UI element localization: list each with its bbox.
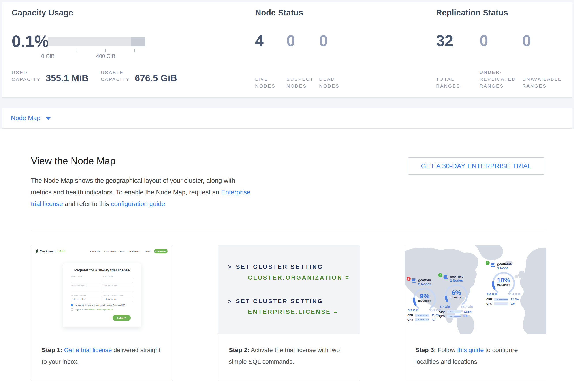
qps-label: QPS: [407, 318, 415, 321]
nav-item: DOCS: [120, 250, 125, 252]
unavailable-ranges-stat: 0 UNAVAILABLE RANGES: [522, 32, 567, 89]
locality-node-count: 2 Nodes: [418, 282, 431, 286]
suspect-nodes-stat: 0 SUSPECT NODES: [287, 32, 319, 89]
locality-name: geo=ams: [497, 262, 512, 266]
qps-value: 0.0: [463, 314, 467, 318]
sql-command: SET CLUSTER SETTING: [236, 298, 323, 304]
cpu-label: CPU: [407, 314, 415, 317]
locality-name: geo=nyc: [450, 275, 463, 279]
dead-nodes-value: 0: [319, 32, 354, 50]
sql-commands-figure: >SET CLUSTER SETTING CLUSTER.ORGANIZATIO…: [218, 245, 360, 334]
axis-tick: [48, 49, 48, 52]
checkbox-label-text: I agree to the: [75, 308, 87, 311]
company-email-field: [103, 287, 133, 292]
cockroach-labs-logo: Cockroach LABS: [35, 249, 65, 253]
usable-capacity-value: 676.5 GiB: [135, 74, 177, 83]
cpu-value: 12.3%: [511, 298, 519, 301]
unavailable-ranges-label: UNAVAILABLE RANGES: [522, 76, 567, 89]
healthy-check-icon: ✓: [438, 273, 442, 277]
capacity-label: CAPACITY: [443, 296, 470, 299]
first-name-field: [71, 278, 101, 283]
node-status-title: Node Status: [255, 8, 379, 18]
mini-site-nav-links: PRODUCT CUSTOMERS DOCS RESOURCES BLOG DO…: [90, 249, 168, 253]
database-stack-icon: [443, 275, 448, 280]
axis-tick: [77, 49, 77, 52]
node-status-section: Node Status 4 LIVE NODES 0 SUSPECT NODES…: [255, 8, 379, 18]
live-nodes-stat: 4 LIVE NODES: [255, 32, 287, 89]
step-1-card: Cockroach LABS PRODUCT CUSTOMERS DOCS RE…: [31, 245, 173, 381]
axis-tick-label: 0 GiB: [35, 53, 61, 59]
step-3-caption: Step 3: Follow this guide to configure l…: [405, 334, 546, 368]
get-trial-license-link[interactable]: Get a trial license: [64, 347, 112, 354]
step-2-caption: Step 2: Activate the trial license with …: [218, 334, 360, 368]
capacity-usage-title: Capacity Usage: [12, 8, 244, 18]
sql-prompt: >: [228, 298, 232, 304]
map-marker-nyc: ✓ geo=nyc 2 Nodes 6%: [438, 275, 474, 318]
unavailable-ranges-value: 0: [522, 32, 567, 50]
capacity-label: CAPACITY: [490, 284, 517, 286]
under-replicated-ranges-value: 0: [480, 32, 522, 50]
used-capacity-value: 355.1 MiB: [46, 74, 88, 83]
get-enterprise-trial-button[interactable]: GET A 30-DAY ENTERPRISE TRIAL: [408, 157, 544, 175]
license-agreement-checkbox: [71, 308, 73, 311]
step-label: Step 1:: [42, 347, 62, 354]
replication-status-title: Replication Status: [436, 8, 569, 18]
nav-item: CUSTOMERS: [103, 250, 116, 252]
configuration-guide-link[interactable]: configuration guide: [111, 200, 165, 207]
sql-command: SET CLUSTER SETTING: [236, 263, 323, 270]
capacity-percent: 6%: [443, 289, 470, 296]
field-label: PROJECT PHASE: [71, 294, 101, 296]
capacity-usage-bar: [48, 37, 145, 46]
cpu-value: 42.5%: [463, 310, 472, 313]
database-stack-icon: [411, 278, 416, 283]
software-license-agreement-link: Software License Agreement.: [87, 308, 113, 311]
replication-status-section: Replication Status 32 TOTAL RANGES 0 UND…: [436, 8, 569, 18]
under-replicated-ranges-label: UNDER-REPLICATED RANGES: [480, 69, 521, 89]
map-marker-sfo: 1 geo=sfo 2 Nodes 9%: [407, 278, 443, 321]
qps-value: 0.0: [511, 302, 515, 305]
enterprise-trial-license-link[interactable]: Enterprise: [221, 189, 250, 196]
step-label: Step 2:: [229, 347, 249, 354]
sql-setting-name: ENTERPRISE.LICENSE =: [248, 308, 338, 315]
qps-sparkline: [494, 302, 509, 305]
cpu-sparkline: [494, 298, 509, 301]
capacity-used-value: 3.2 GiB: [408, 308, 418, 312]
submit-button: SUBMIT: [113, 315, 131, 321]
nav-item: BLOG: [145, 250, 150, 252]
node-map-preview: 1 geo=sfo 2 Nodes 9%: [405, 245, 546, 334]
axis-tick-label: 400 GiB: [92, 53, 119, 59]
total-ranges-label: TOTAL RANGES: [436, 76, 469, 89]
qps-label: QPS: [439, 315, 447, 318]
cpu-sparkline: [447, 310, 461, 313]
qps-sparkline: [415, 318, 430, 321]
axis-tick: [134, 49, 135, 52]
this-guide-link[interactable]: this guide: [457, 347, 484, 354]
capacity-percent: 10%: [490, 277, 517, 284]
view-selector-bar: Node Map: [2, 108, 572, 129]
usable-capacity-label: USABLE CAPACITY: [101, 69, 132, 83]
node-map-dropdown[interactable]: Node Map: [11, 114, 51, 122]
capacity-label: CAPACITY: [411, 300, 438, 302]
description-text: metrics and health indicators. To enable…: [31, 189, 221, 196]
brand-name: Cockroach: [40, 249, 57, 253]
field-label: COMPANY NAME: [71, 285, 101, 286]
cpu-sparkline: [415, 314, 430, 317]
caption-text: Follow: [436, 347, 457, 354]
last-name-field: [103, 278, 133, 283]
cockroach-bug-icon: [35, 249, 38, 253]
capacity-metrics: USED CAPACITY 355.1 MiB USABLE CAPACITY …: [12, 69, 177, 83]
caption-text: [62, 347, 64, 354]
total-ranges-value: 32: [436, 32, 480, 50]
total-ranges-stat: 32 TOTAL RANGES: [436, 32, 480, 89]
step-2-card: >SET CLUSTER SETTING CLUSTER.ORGANIZATIO…: [218, 245, 360, 381]
project-phase-select: Please Select: [71, 297, 101, 302]
locality-name: geo=sfo: [418, 278, 431, 282]
trial-form-screenshot: Cockroach LABS PRODUCT CUSTOMERS DOCS RE…: [31, 245, 173, 334]
checkbox-label: I agree to the Software License Agreemen…: [75, 308, 113, 311]
enterprise-trial-license-link[interactable]: trial license: [31, 200, 63, 207]
qps-sparkline: [447, 315, 461, 318]
warning-badge-icon: 1: [407, 277, 411, 281]
suspect-nodes-label: SUSPECT NODES: [287, 76, 319, 89]
step-label: Step 3:: [415, 347, 436, 354]
page-title: View the Node Map: [31, 155, 115, 167]
